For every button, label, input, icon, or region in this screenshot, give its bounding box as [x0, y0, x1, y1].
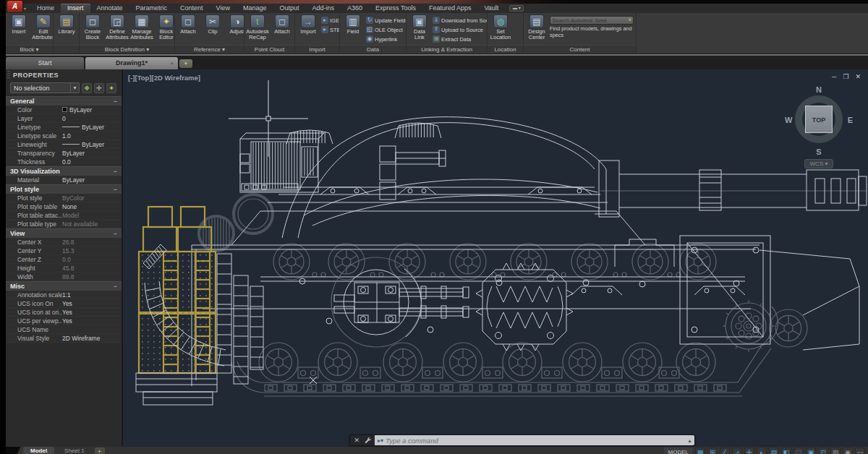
property-row-thickness[interactable]: Thickness0.0 — [6, 158, 122, 166]
ribbon-button-design-center[interactable]: ▤Design Center — [525, 14, 548, 40]
command-input[interactable] — [386, 437, 682, 445]
menu-tab-output[interactable]: Output — [273, 4, 306, 13]
ribbon-button-iges[interactable]: ▸IGES — [321, 16, 339, 25]
ribbon-panel-title[interactable]: Import — [295, 45, 339, 53]
ribbon-button-manage-attributes[interactable]: ▦Manage Attributes — [130, 14, 153, 40]
viewcube-north[interactable]: N — [786, 85, 852, 94]
ribbon-button-update-fields[interactable]: ↻Update Fields — [366, 16, 406, 25]
chevron-down-icon[interactable]: ▼ — [70, 83, 79, 93]
collapse-icon[interactable]: − — [114, 186, 117, 193]
collapse-icon[interactable]: − — [114, 98, 117, 105]
selection-cycling-icon[interactable]: ⊡ — [818, 447, 828, 454]
new-layout-button[interactable]: + — [95, 447, 105, 454]
property-row-ucs-icon-at-ori[interactable]: UCS icon at ori...Yes — [6, 308, 122, 317]
display-toggle-icon[interactable]: ▬ ▾ — [509, 5, 524, 12]
ribbon-button-step[interactable]: ▸STEP — [321, 25, 339, 34]
menu-tab-express-tools[interactable]: Express Tools — [369, 4, 422, 13]
ribbon-button-attach[interactable]: ◻Attach — [176, 14, 200, 35]
drawing-area[interactable]: [-][Top][2D Wireframe] ─ ❐ ✕ N S W E TOP… — [123, 69, 868, 447]
ribbon-button-adjust[interactable]: ◑Adjust — [226, 14, 244, 35]
menu-tab-add-ins[interactable]: Add-ins — [306, 4, 341, 13]
osnap-icon[interactable]: ✛ — [744, 447, 754, 454]
collapse-icon[interactable]: − — [114, 168, 117, 175]
property-row-ucs-name[interactable]: UCS Name — [6, 325, 122, 334]
palette-grip[interactable] — [7, 71, 10, 80]
ribbon-panel-title[interactable]: Location — [488, 45, 523, 53]
property-row-ucs-icon-on[interactable]: UCS icon OnYes — [6, 299, 122, 308]
annotation-icon[interactable]: ▥ — [830, 447, 841, 454]
command-history-icon[interactable]: ▲ — [685, 435, 694, 445]
file-tab-drawing1[interactable]: Drawing1*× — [85, 57, 178, 69]
ribbon-button-set-location[interactable]: ◍Set Location — [489, 14, 512, 40]
property-row-plot-style[interactable]: Plot styleByColor — [6, 194, 122, 202]
ribbon-button-import[interactable]: →Import — [297, 14, 320, 35]
command-close-icon[interactable]: ✕ — [354, 437, 359, 444]
ribbon-button-attach[interactable]: ◻Attach — [271, 14, 294, 35]
layout-tab-model[interactable]: Model — [23, 447, 54, 454]
seek-search-input[interactable] — [552, 17, 628, 24]
ribbon-panel-title[interactable]: Reference ▾ — [175, 45, 244, 53]
seek-search-icon[interactable]: ⌖ — [628, 17, 631, 24]
tab-close-icon[interactable]: × — [170, 57, 174, 69]
ribbon-panel-title[interactable]: Block ▾ — [6, 45, 53, 53]
ribbon-button-download-from-source[interactable]: ⇓Download from Source — [433, 16, 487, 25]
dynamic-ucs-icon[interactable]: ▤ — [769, 447, 779, 454]
ribbon-button-autodesk-recap[interactable]: tAutodesk ReCap — [246, 14, 269, 40]
viewcube[interactable]: N S W E TOP WCS ▾ — [786, 85, 852, 171]
close-icon[interactable]: ✕ — [855, 73, 861, 80]
transparency-icon[interactable]: ▣ — [806, 447, 816, 454]
viewcube-wcs-menu[interactable]: WCS ▾ — [804, 159, 833, 168]
ribbon-button-hyperlink[interactable]: ◉Hyperlink — [366, 35, 406, 43]
minimize-icon[interactable]: ─ — [832, 73, 836, 80]
ribbon-button-field[interactable]: ▥Field — [341, 14, 365, 35]
property-row-height[interactable]: Height45.8 — [6, 264, 122, 273]
app-menu-caret-icon[interactable]: ▾ — [24, 6, 26, 11]
ribbon-button-edit-attributes[interactable]: ✎Edit Attributes — [32, 14, 53, 40]
property-row-center-x[interactable]: Center X26.8 — [6, 238, 122, 247]
viewcube-west[interactable]: W — [785, 116, 792, 124]
menu-tab-vault[interactable]: Vault — [477, 4, 505, 13]
property-row-center-z[interactable]: Center Z0.0 — [6, 255, 122, 264]
clean-screen-icon[interactable]: ▭ — [855, 447, 865, 454]
lineweight-icon[interactable]: ⬚ — [793, 447, 804, 454]
ribbon-button-define-attributes[interactable]: ◲Define Attributes — [106, 14, 129, 40]
property-row-width[interactable]: Width89.8 — [6, 273, 122, 281]
ribbon-panel-title[interactable]: Data — [340, 45, 406, 53]
workspace-icon[interactable]: ◉ — [843, 447, 853, 454]
property-row-visual-style[interactable]: Visual Style2D Wireframe — [6, 334, 122, 343]
ribbon-button-clip[interactable]: ✂Clip — [201, 14, 224, 35]
tank-wireframe-drawing[interactable] — [123, 69, 868, 447]
grid-icon[interactable]: ▦ — [695, 447, 705, 454]
properties-section-general[interactable]: General− — [6, 96, 122, 106]
ribbon-panel-title[interactable]: Content — [524, 45, 636, 53]
property-row-lineweight[interactable]: LineweightByLayer — [6, 140, 122, 149]
property-row-plot-table-attac[interactable]: Plot table attac...Model — [6, 211, 122, 220]
toggle-pickadd-icon[interactable]: ❖ — [82, 83, 92, 93]
property-row-ucs-per-viewp[interactable]: UCS per viewp...Yes — [6, 317, 122, 325]
layout-tab-sheet-1[interactable]: Sheet 1 — [57, 447, 92, 454]
ribbon-panel-title[interactable]: Point Cloud — [244, 45, 294, 53]
properties-section-3d-visualization[interactable]: 3D Visualization− — [6, 166, 122, 176]
menu-tab-parametric[interactable]: Parametric — [129, 4, 174, 13]
snap-icon[interactable]: ⊞ — [707, 447, 718, 454]
ribbon-button-ole-object[interactable]: ◱OLE Object — [366, 25, 406, 34]
dyn-input-icon[interactable]: ◧ — [781, 447, 791, 454]
property-row-color[interactable]: ColorByLayer — [6, 106, 122, 114]
properties-section-plot-style[interactable]: Plot style− — [6, 184, 122, 194]
viewcube-top-face[interactable]: TOP — [805, 106, 833, 133]
ortho-icon[interactable]: ∠ — [720, 447, 730, 454]
property-row-annotation-scale[interactable]: Annotation scale1:1 — [6, 291, 122, 299]
new-tab-button[interactable]: + — [179, 59, 192, 68]
property-row-plot-table-type[interactable]: Plot table typeNot available — [6, 220, 122, 228]
customize-wrench-icon[interactable] — [364, 437, 371, 444]
ribbon-button-insert[interactable]: ▣Insert — [7, 14, 30, 35]
command-prompt-icon[interactable]: ▸▾ — [378, 437, 383, 444]
polar-icon[interactable]: ⊿ — [732, 447, 742, 454]
property-row-transparency[interactable]: TransparencyByLayer — [6, 149, 122, 158]
model-space-toggle[interactable]: MODEL — [664, 447, 693, 454]
viewcube-south[interactable]: S — [786, 147, 852, 156]
viewcube-east[interactable]: E — [848, 116, 853, 124]
menu-tab-annotate[interactable]: Annotate — [90, 4, 129, 13]
collapse-icon[interactable]: − — [114, 230, 117, 237]
property-row-plot-style-table[interactable]: Plot style tableNone — [6, 202, 122, 211]
